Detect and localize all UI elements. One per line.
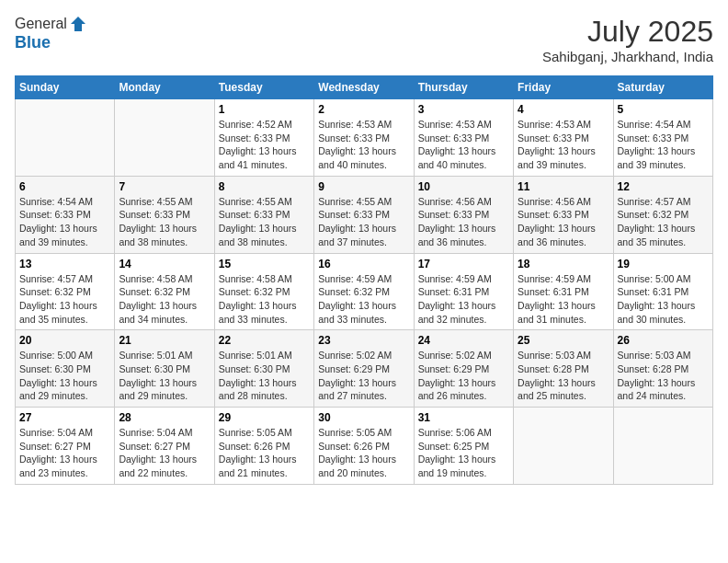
day-info: Sunrise: 4:56 AM Sunset: 6:33 PM Dayligh…: [418, 195, 509, 249]
day-info: Sunrise: 4:59 AM Sunset: 6:32 PM Dayligh…: [318, 272, 409, 327]
day-info: Sunrise: 4:53 AM Sunset: 6:33 PM Dayligh…: [318, 118, 409, 172]
calendar-cell: 1Sunrise: 4:52 AM Sunset: 6:33 PM Daylig…: [214, 99, 313, 177]
day-info: Sunrise: 4:57 AM Sunset: 6:32 PM Dayligh…: [19, 272, 110, 327]
day-number: 24: [418, 334, 509, 347]
logo: General Blue: [15, 15, 87, 52]
day-info: Sunrise: 4:59 AM Sunset: 6:31 PM Dayligh…: [418, 272, 509, 327]
calendar-cell: 3Sunrise: 4:53 AM Sunset: 6:33 PM Daylig…: [414, 99, 513, 177]
day-info: Sunrise: 5:02 AM Sunset: 6:29 PM Dayligh…: [418, 349, 509, 403]
day-info: Sunrise: 5:06 AM Sunset: 6:25 PM Dayligh…: [418, 426, 509, 480]
day-number: 4: [518, 103, 609, 116]
month-year: July 2025: [542, 15, 713, 49]
day-number: 1: [219, 103, 310, 116]
day-info: Sunrise: 4:55 AM Sunset: 6:33 PM Dayligh…: [318, 195, 409, 249]
logo-icon: [69, 15, 87, 33]
calendar-week-row: 27Sunrise: 5:04 AM Sunset: 6:27 PM Dayli…: [16, 408, 713, 485]
day-number: 20: [19, 334, 110, 347]
day-info: Sunrise: 5:01 AM Sunset: 6:30 PM Dayligh…: [119, 349, 210, 403]
day-number: 18: [518, 258, 609, 270]
calendar-cell: 21Sunrise: 5:01 AM Sunset: 6:30 PM Dayli…: [115, 330, 214, 408]
calendar-cell: 27Sunrise: 5:04 AM Sunset: 6:27 PM Dayli…: [16, 408, 115, 485]
calendar-cell: 24Sunrise: 5:02 AM Sunset: 6:29 PM Dayli…: [414, 330, 513, 408]
calendar-cell: 2Sunrise: 4:53 AM Sunset: 6:33 PM Daylig…: [314, 99, 414, 177]
calendar-cell: [514, 408, 613, 485]
day-number: 3: [418, 103, 509, 116]
calendar-cell: 29Sunrise: 5:05 AM Sunset: 6:26 PM Dayli…: [214, 408, 313, 485]
calendar-cell: 20Sunrise: 5:00 AM Sunset: 6:30 PM Dayli…: [16, 330, 115, 408]
calendar-cell: 7Sunrise: 4:55 AM Sunset: 6:33 PM Daylig…: [115, 176, 214, 253]
day-info: Sunrise: 4:55 AM Sunset: 6:33 PM Dayligh…: [119, 195, 210, 249]
day-info: Sunrise: 5:04 AM Sunset: 6:27 PM Dayligh…: [19, 426, 110, 480]
day-number: 21: [119, 334, 210, 347]
day-number: 27: [19, 411, 110, 424]
day-info: Sunrise: 4:53 AM Sunset: 6:33 PM Dayligh…: [418, 118, 509, 172]
day-info: Sunrise: 4:53 AM Sunset: 6:33 PM Dayligh…: [518, 118, 609, 172]
day-number: 15: [219, 258, 310, 270]
day-info: Sunrise: 4:55 AM Sunset: 6:33 PM Dayligh…: [219, 195, 310, 249]
calendar-cell: 17Sunrise: 4:59 AM Sunset: 6:31 PM Dayli…: [414, 253, 513, 330]
calendar-cell: 19Sunrise: 5:00 AM Sunset: 6:31 PM Dayli…: [613, 253, 712, 330]
calendar-cell: [613, 408, 712, 485]
day-info: Sunrise: 4:54 AM Sunset: 6:33 PM Dayligh…: [618, 118, 709, 172]
day-number: 19: [618, 258, 709, 270]
day-number: 7: [119, 180, 210, 193]
calendar-cell: 15Sunrise: 4:58 AM Sunset: 6:32 PM Dayli…: [214, 253, 313, 330]
day-info: Sunrise: 5:03 AM Sunset: 6:28 PM Dayligh…: [618, 349, 709, 403]
calendar-cell: 5Sunrise: 4:54 AM Sunset: 6:33 PM Daylig…: [613, 99, 712, 177]
day-number: 29: [219, 411, 310, 424]
calendar-cell: [115, 99, 214, 177]
calendar-cell: 18Sunrise: 4:59 AM Sunset: 6:31 PM Dayli…: [514, 253, 613, 330]
calendar-week-row: 1Sunrise: 4:52 AM Sunset: 6:33 PM Daylig…: [16, 99, 713, 177]
logo-blue-text: Blue: [15, 33, 51, 52]
day-number: 25: [518, 334, 609, 347]
day-number: 12: [618, 180, 709, 193]
day-number: 10: [418, 180, 509, 193]
day-info: Sunrise: 4:58 AM Sunset: 6:32 PM Dayligh…: [219, 272, 310, 327]
column-header-friday: Friday: [514, 76, 613, 99]
calendar-cell: 12Sunrise: 4:57 AM Sunset: 6:32 PM Dayli…: [613, 176, 712, 253]
day-number: 16: [318, 258, 409, 270]
day-number: 9: [318, 180, 409, 193]
day-info: Sunrise: 5:01 AM Sunset: 6:30 PM Dayligh…: [219, 349, 310, 403]
day-info: Sunrise: 5:00 AM Sunset: 6:30 PM Dayligh…: [19, 349, 110, 403]
day-info: Sunrise: 4:58 AM Sunset: 6:32 PM Dayligh…: [119, 272, 210, 327]
calendar-cell: 22Sunrise: 5:01 AM Sunset: 6:30 PM Dayli…: [214, 330, 313, 408]
calendar-cell: 23Sunrise: 5:02 AM Sunset: 6:29 PM Dayli…: [314, 330, 414, 408]
column-header-tuesday: Tuesday: [214, 76, 313, 99]
column-header-monday: Monday: [115, 76, 214, 99]
day-number: 11: [518, 180, 609, 193]
day-number: 14: [119, 258, 210, 270]
day-number: 13: [19, 258, 110, 270]
day-number: 26: [618, 334, 709, 347]
calendar-header-row: SundayMondayTuesdayWednesdayThursdayFrid…: [16, 76, 713, 99]
svg-marker-0: [71, 17, 85, 31]
day-number: 28: [119, 411, 210, 424]
day-number: 30: [318, 411, 409, 424]
calendar-cell: 6Sunrise: 4:54 AM Sunset: 6:33 PM Daylig…: [16, 176, 115, 253]
day-number: 6: [19, 180, 110, 193]
day-number: 8: [219, 180, 310, 193]
calendar-week-row: 6Sunrise: 4:54 AM Sunset: 6:33 PM Daylig…: [16, 176, 713, 253]
calendar-cell: 4Sunrise: 4:53 AM Sunset: 6:33 PM Daylig…: [514, 99, 613, 177]
day-info: Sunrise: 5:04 AM Sunset: 6:27 PM Dayligh…: [119, 426, 210, 480]
day-number: 23: [318, 334, 409, 347]
calendar-cell: 13Sunrise: 4:57 AM Sunset: 6:32 PM Dayli…: [16, 253, 115, 330]
day-number: 2: [318, 103, 409, 116]
day-number: 17: [418, 258, 509, 270]
column-header-sunday: Sunday: [16, 76, 115, 99]
day-info: Sunrise: 5:02 AM Sunset: 6:29 PM Dayligh…: [318, 349, 409, 403]
day-info: Sunrise: 5:00 AM Sunset: 6:31 PM Dayligh…: [618, 272, 709, 327]
column-header-saturday: Saturday: [613, 76, 712, 99]
calendar-cell: [16, 99, 115, 177]
day-info: Sunrise: 4:59 AM Sunset: 6:31 PM Dayligh…: [518, 272, 609, 327]
calendar-cell: 26Sunrise: 5:03 AM Sunset: 6:28 PM Dayli…: [613, 330, 712, 408]
calendar-cell: 31Sunrise: 5:06 AM Sunset: 6:25 PM Dayli…: [414, 408, 513, 485]
day-number: 31: [418, 411, 509, 424]
calendar-cell: 9Sunrise: 4:55 AM Sunset: 6:33 PM Daylig…: [314, 176, 414, 253]
location: Sahibganj, Jharkhand, India: [542, 49, 713, 64]
calendar-cell: 8Sunrise: 4:55 AM Sunset: 6:33 PM Daylig…: [214, 176, 313, 253]
calendar-week-row: 13Sunrise: 4:57 AM Sunset: 6:32 PM Dayli…: [16, 253, 713, 330]
logo-general-text: General: [15, 16, 67, 32]
calendar-cell: 11Sunrise: 4:56 AM Sunset: 6:33 PM Dayli…: [514, 176, 613, 253]
day-number: 22: [219, 334, 310, 347]
